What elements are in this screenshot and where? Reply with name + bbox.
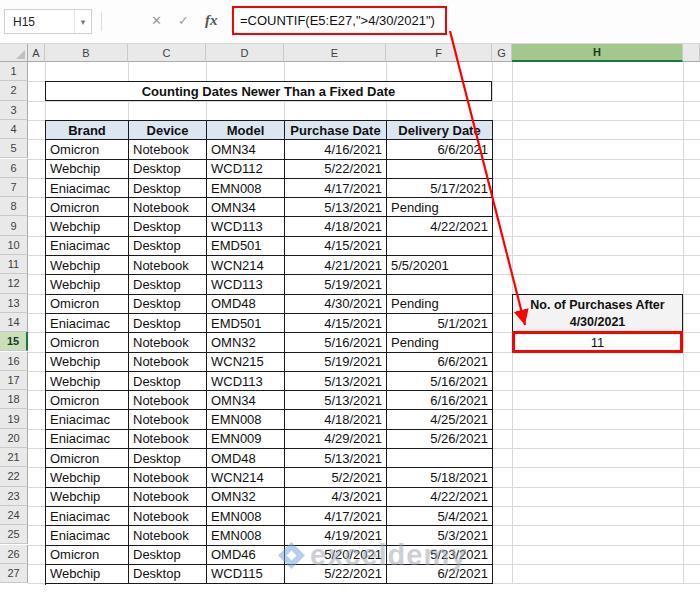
cell-E23[interactable]: 4/3/2021 [285,488,387,507]
cell-D15[interactable]: OMN32 [207,333,285,352]
cell-B16[interactable]: Webchip [46,353,129,372]
row-header-2[interactable]: 2 [0,81,28,100]
cell-C24[interactable]: Notebook [129,507,207,526]
cell-F18[interactable]: 6/16/2021 [387,391,493,410]
cell-B13[interactable]: Omicron [46,295,129,314]
cell-B12[interactable]: Webchip [46,275,129,294]
row-header-16[interactable]: 16 [0,352,28,371]
cell-B26[interactable]: Omicron [46,546,129,565]
cell-D13[interactable]: OMD48 [207,295,285,314]
cell-F19[interactable]: 4/25/2021 [387,410,493,429]
cell-B22[interactable]: Webchip [46,468,129,487]
cell-F26[interactable]: 5/23/2021 [387,546,493,565]
cell-C13[interactable]: Desktop [129,295,207,314]
row-header-7[interactable]: 7 [0,178,28,197]
insert-function-icon[interactable]: fx [205,13,218,28]
row-header-19[interactable]: 19 [0,409,28,428]
cell-E17[interactable]: 5/13/2021 [285,372,387,391]
cell-C25[interactable]: Notebook [129,526,207,545]
cell-E24[interactable]: 4/17/2021 [285,507,387,526]
row-header-14[interactable]: 14 [0,313,28,332]
cell-D6[interactable]: WCD112 [207,160,285,179]
cell-B18[interactable]: Omicron [46,391,129,410]
cell-D5[interactable]: OMN34 [207,140,285,159]
cell-E27[interactable]: 5/22/2021 [285,565,387,584]
cell-F10[interactable] [387,237,493,256]
cell-C22[interactable]: Notebook [129,468,207,487]
table-header-purchase-date[interactable]: Purchase Date [285,121,387,140]
cell-E25[interactable]: 4/19/2021 [285,526,387,545]
cell-E15[interactable]: 5/16/2021 [285,333,387,352]
result-value-cell[interactable]: 11 [512,331,683,353]
cell-E9[interactable]: 4/18/2021 [285,217,387,236]
cell-B24[interactable]: Eniacimac [46,507,129,526]
cell-B23[interactable]: Webchip [46,488,129,507]
cell-F22[interactable]: 5/18/2021 [387,468,493,487]
cell-E18[interactable]: 5/13/2021 [285,391,387,410]
cell-C20[interactable]: Notebook [129,430,207,449]
cell-C6[interactable]: Desktop [129,160,207,179]
cell-E21[interactable]: 5/13/2021 [285,449,387,468]
cell-C21[interactable]: Desktop [129,449,207,468]
cell-B17[interactable]: Webchip [46,372,129,391]
row-header-23[interactable]: 23 [0,487,28,506]
cell-E26[interactable]: 5/20/2021 [285,546,387,565]
cell-F13[interactable]: Pending [387,295,493,314]
table-header-model[interactable]: Model [207,121,285,140]
cell-B15[interactable]: Omicron [46,333,129,352]
cell-C27[interactable]: Desktop [129,565,207,584]
cancel-icon[interactable]: ✕ [151,14,162,27]
column-header-G[interactable]: G [492,44,512,62]
cell-F12[interactable] [387,275,493,294]
cell-D7[interactable]: EMN008 [207,179,285,198]
cell-E6[interactable]: 5/22/2021 [285,160,387,179]
row-header-13[interactable]: 13 [0,294,28,313]
cell-D26[interactable]: OMD46 [207,546,285,565]
cell-B19[interactable]: Eniacimac [46,410,129,429]
enter-icon[interactable]: ✓ [178,14,189,27]
cell-D19[interactable]: EMN008 [207,410,285,429]
cell-D17[interactable]: WCD113 [207,372,285,391]
cell-D11[interactable]: WCN214 [207,256,285,275]
cell-C9[interactable]: Desktop [129,217,207,236]
cell-B20[interactable]: Eniacimac [46,430,129,449]
cell-C10[interactable]: Desktop [129,237,207,256]
select-all-corner[interactable] [0,44,28,62]
cell-F24[interactable]: 5/4/2021 [387,507,493,526]
column-header-H[interactable]: H [512,44,683,62]
cell-B14[interactable]: Eniacimac [46,314,129,333]
row-header-21[interactable]: 21 [0,448,28,467]
cell-D22[interactable]: WCN214 [207,468,285,487]
cell-D24[interactable]: EMN008 [207,507,285,526]
cell-F9[interactable]: 4/22/2021 [387,217,493,236]
row-header-8[interactable]: 8 [0,197,28,216]
cell-E11[interactable]: 4/21/2021 [285,256,387,275]
title-banner-cell[interactable]: Counting Dates Newer Than a Fixed Date [45,81,492,101]
cell-F7[interactable]: 5/17/2021 [387,179,493,198]
name-box[interactable]: H15 ▾ [4,9,92,34]
column-header-A[interactable]: A [28,44,45,62]
name-box-dropdown-icon[interactable]: ▾ [74,10,91,33]
cell-F16[interactable]: 6/6/2021 [387,353,493,372]
row-header-4[interactable]: 4 [0,120,28,139]
cell-C16[interactable]: Notebook [129,353,207,372]
row-header-25[interactable]: 25 [0,525,28,544]
cell-C17[interactable]: Desktop [129,372,207,391]
formula-input[interactable]: =COUNTIF(E5:E27,">4/30/2021") [232,6,447,35]
cell-E5[interactable]: 4/16/2021 [285,140,387,159]
cell-E13[interactable]: 4/30/2021 [285,295,387,314]
cell-F5[interactable]: 6/6/2021 [387,140,493,159]
cell-F23[interactable]: 4/22/2021 [387,488,493,507]
cell-C14[interactable]: Desktop [129,314,207,333]
row-header-18[interactable]: 18 [0,390,28,409]
cell-E19[interactable]: 4/18/2021 [285,410,387,429]
cell-B7[interactable]: Eniacimac [46,179,129,198]
column-header-B[interactable]: B [45,44,128,62]
table-header-brand[interactable]: Brand [46,121,129,140]
cell-B10[interactable]: Eniacimac [46,237,129,256]
column-header-C[interactable]: C [128,44,206,62]
cell-E8[interactable]: 5/13/2021 [285,198,387,217]
cell-D23[interactable]: OMN32 [207,488,285,507]
row-header-1[interactable]: 1 [0,62,28,81]
cell-C19[interactable]: Notebook [129,410,207,429]
